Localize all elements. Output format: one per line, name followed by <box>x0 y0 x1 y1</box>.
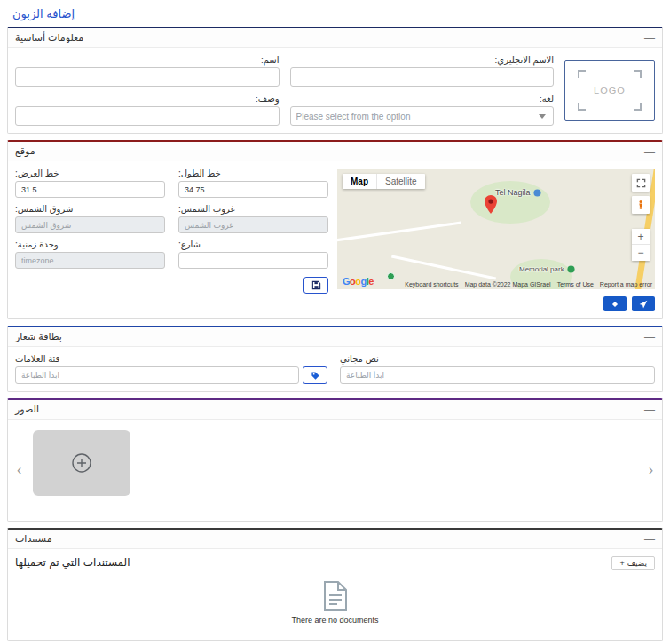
terms-of-use-link[interactable]: Terms of Use <box>557 281 594 287</box>
section-logo-card-header: بطاقة شعار — <box>8 327 662 347</box>
satellite-view-button[interactable]: Satellite <box>376 174 425 189</box>
save-row <box>15 277 328 294</box>
carousel-next-icon[interactable]: › <box>649 463 653 477</box>
description-field-group: وصف: <box>15 94 280 126</box>
timezone-label: وحدة زمنية: <box>15 240 165 249</box>
collapse-icon[interactable]: — <box>644 332 655 342</box>
map-attribution: Keyboard shortcuts Map data ©2022 Mapa G… <box>405 281 652 287</box>
no-documents-text: There are no documents <box>291 616 378 624</box>
tags-input[interactable] <box>15 366 299 384</box>
latitude-input[interactable] <box>15 181 165 198</box>
google-logo-letter: G <box>343 276 350 287</box>
map-column: Map Satellite + − <box>337 169 655 311</box>
add-document-button[interactable]: + يضيف <box>611 556 655 570</box>
pegman-button[interactable] <box>632 196 650 214</box>
section-basic-header: معلومات أساسية — <box>8 28 662 48</box>
sunrise-label: شروق الشمس: <box>15 204 165 214</box>
timezone-input <box>15 252 165 269</box>
send-icon <box>639 300 648 309</box>
collapse-icon[interactable]: — <box>644 146 655 157</box>
logo-upload-box[interactable]: LOGO <box>564 60 655 121</box>
google-map[interactable]: Map Satellite + − <box>337 169 655 289</box>
section-location-title: موقع <box>15 145 35 157</box>
chevron-down-icon <box>539 114 546 119</box>
collapse-icon[interactable]: — <box>644 33 655 43</box>
page-title: إضافة الزبون <box>7 5 663 27</box>
google-logo-letter: e <box>368 276 374 287</box>
collapse-icon[interactable]: — <box>644 534 655 545</box>
report-map-error-link[interactable]: Report a map error <box>600 281 652 287</box>
images-carousel: ‹ › <box>8 420 662 521</box>
directions-button[interactable] <box>603 296 627 311</box>
navigate-button[interactable] <box>632 296 655 311</box>
section-documents-body: المستندات التي تم تحميلها + يضيف There a… <box>8 549 662 640</box>
longitude-field-group: خط الطول: <box>178 169 328 198</box>
tags-row <box>15 366 327 384</box>
name-field-group: اسم: <box>15 55 280 87</box>
add-image-tile[interactable] <box>33 430 130 496</box>
logo-corner-icon <box>634 70 642 78</box>
map-data-attribution: Map data ©2022 Mapa GISrael <box>465 281 551 287</box>
name-label: اسم: <box>15 55 280 65</box>
carousel-prev-icon[interactable]: ‹ <box>17 463 21 477</box>
fullscreen-button[interactable] <box>632 174 650 192</box>
language-label: لغة: <box>290 94 555 104</box>
google-logo: Google <box>343 276 374 287</box>
zoom-in-button[interactable]: + <box>632 229 650 245</box>
sunrise-field-group: شروق الشمس: <box>15 204 165 233</box>
language-select-placeholder: Please select from the option <box>296 112 411 122</box>
logo-corner-icon <box>578 103 586 111</box>
basic-fields-grid: اسم: الاسم الانجليزي: وصف: لغة: Please s… <box>15 55 554 126</box>
poi-memorial-park: Memorial park <box>519 265 575 273</box>
plus-icon: + <box>619 559 624 568</box>
section-documents: مستندات — المستندات التي تم تحميلها + يض… <box>7 528 663 641</box>
poi-park-icon <box>567 265 575 273</box>
description-input[interactable] <box>15 106 280 126</box>
logo-corner-icon <box>634 103 642 111</box>
save-icon <box>311 280 321 290</box>
uploaded-documents-label: المستندات التي تم تحميلها <box>15 556 130 569</box>
language-field-group: لغة: Please select from the option <box>290 94 555 126</box>
save-button[interactable] <box>303 277 328 294</box>
free-text-field-group: نص مجاني <box>340 354 655 384</box>
description-label: وصف: <box>15 94 280 104</box>
section-documents-header: مستندات — <box>8 530 662 549</box>
language-select[interactable]: Please select from the option <box>290 106 555 126</box>
section-images: الصور — ‹ › <box>7 398 663 522</box>
map-view-button[interactable]: Map <box>343 174 376 189</box>
latitude-field-group: خط العرض: <box>15 169 165 198</box>
pegman-icon <box>635 200 646 210</box>
document-icon <box>323 581 348 611</box>
free-text-input[interactable] <box>340 366 655 384</box>
section-basic-body: اسم: الاسم الانجليزي: وصف: لغة: Please s… <box>8 48 662 133</box>
poi-tel-nagila: Tel Nagila <box>495 188 541 197</box>
section-logo-card-title: بطاقة شعار <box>15 331 62 342</box>
longitude-label: خط الطول: <box>178 169 328 178</box>
add-customer-page: إضافة الزبون معلومات أساسية — اسم: الاسم… <box>0 0 670 644</box>
poi-tel-nagila-label: Tel Nagila <box>495 188 531 197</box>
collapse-icon[interactable]: — <box>644 404 655 415</box>
poi-memorial-park-label: Memorial park <box>519 265 564 273</box>
map-actions <box>337 296 655 311</box>
latitude-label: خط العرض: <box>15 169 165 178</box>
longitude-input[interactable] <box>178 181 328 198</box>
timezone-field-group: وحدة زمنية: <box>15 240 165 269</box>
name-input[interactable] <box>15 67 280 87</box>
map-pin-icon[interactable] <box>485 195 497 216</box>
plus-circle-icon <box>71 452 92 474</box>
tags-label: فئة العلامات <box>15 354 327 364</box>
section-basic-title: معلومات أساسية <box>15 32 83 43</box>
section-location-body: خط العرض: خط الطول: شروق الشمس: غروب الش… <box>8 161 662 318</box>
street-input[interactable] <box>178 252 328 269</box>
street-field-group: شارع: <box>178 240 328 269</box>
english-name-field-group: الاسم الانجليزي: <box>290 55 555 87</box>
directions-icon <box>611 300 619 309</box>
documents-empty-state: There are no documents <box>15 581 655 624</box>
zoom-out-button[interactable]: − <box>632 245 650 261</box>
section-images-title: الصور <box>15 404 39 415</box>
section-basic-info: معلومات أساسية — اسم: الاسم الانجليزي: و… <box>7 27 663 134</box>
section-logo-card: بطاقة شعار — فئة العلامات نص مجاني <box>7 326 663 392</box>
english-name-input[interactable] <box>290 67 555 87</box>
tags-button[interactable] <box>303 366 327 384</box>
keyboard-shortcuts-link[interactable]: Keyboard shortcuts <box>405 281 458 287</box>
